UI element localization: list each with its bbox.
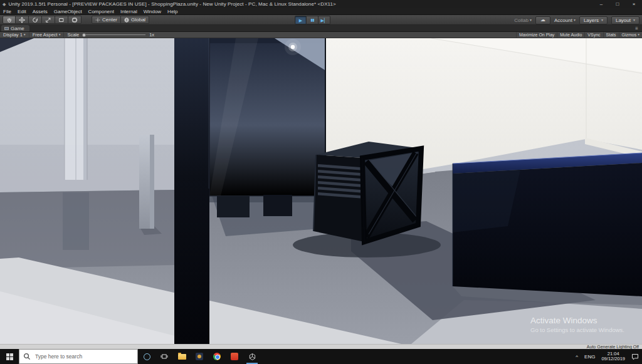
rotate-tool-button[interactable] [29, 16, 42, 24]
task-view-icon [160, 353, 168, 360]
close-button[interactable]: × [626, 0, 642, 8]
hand-icon [6, 17, 13, 23]
unity-editor-window: ◆ Unity 2019.1.5f1 Personal - [PREVIEW P… [0, 0, 642, 364]
chevron-down-icon: ▾ [530, 18, 532, 22]
globe-icon [124, 18, 129, 23]
window-panel [65, 38, 87, 180]
file-explorer-button[interactable] [173, 349, 191, 364]
task-view-button[interactable] [155, 349, 173, 364]
rect-tool-button[interactable] [55, 16, 68, 24]
space-toggle-button[interactable]: Global [121, 16, 149, 24]
chevron-down-icon: ▾ [633, 18, 635, 22]
taskbar-clock[interactable]: 21:04 09/12/2019 [598, 349, 628, 364]
scale-value: 1x [149, 32, 154, 38]
menu-bar: File Edit Assets GameObject Component In… [0, 8, 642, 15]
playmode-controls: ▶ ▮▮ ▶▏ [295, 16, 330, 24]
game-render-viewport[interactable]: Activate Windows Go to Settings to activ… [0, 38, 642, 344]
menu-item-gameobject[interactable]: GameObject [51, 8, 85, 14]
scale-control: Scale 1x [64, 32, 157, 38]
taskbar-app-button-2[interactable] [226, 349, 243, 364]
game-view-icon [4, 27, 9, 30]
chrome-icon [213, 353, 221, 360]
folder-icon [178, 354, 186, 360]
layers-dropdown[interactable]: Layers▾ [579, 16, 608, 24]
menu-item-window[interactable]: Window [140, 8, 164, 14]
cortana-button[interactable] [138, 349, 155, 364]
toggle-mute-audio[interactable]: Mute Audio [557, 32, 584, 38]
toggle-stats[interactable]: Stats [603, 32, 619, 38]
aspect-ratio-dropdown[interactable]: Free Aspect▾ [29, 32, 64, 38]
step-button[interactable]: ▶▏ [318, 16, 330, 24]
play-icon: ▶ [299, 18, 302, 23]
gizmos-dropdown[interactable]: Gizmos▾ [619, 32, 642, 38]
toggle-vsync[interactable]: VSync [584, 32, 603, 38]
cortana-icon [144, 353, 150, 360]
scale-icon [45, 17, 51, 23]
move-icon [19, 17, 25, 23]
panel-menu-icon[interactable]: ≡ [635, 26, 638, 31]
center-pivot-icon [95, 18, 100, 23]
windows-logo-icon [6, 353, 13, 360]
transform-icon [71, 17, 78, 23]
layout-dropdown[interactable]: Layout▾ [611, 16, 639, 24]
hand-tool-button[interactable] [3, 16, 16, 24]
chevron-down-icon: ▾ [638, 33, 639, 37]
main-toolbar: Center Global ▶ ▮▮ ▶▏ Collab▾ [0, 15, 642, 25]
action-center-button[interactable] [628, 349, 642, 364]
search-icon [23, 353, 31, 360]
foreground-pillar [174, 38, 209, 344]
cloud-icon: ☁ [540, 18, 545, 23]
chrome-button[interactable] [208, 349, 226, 364]
app-icon-1 [196, 353, 203, 360]
menu-item-internal[interactable]: Internal [117, 8, 140, 14]
step-icon: ▶▏ [321, 18, 328, 23]
rotate-icon [32, 17, 38, 23]
lighting-status-bar: Auto Generate Lighting Off [0, 344, 642, 349]
maximize-button[interactable]: □ [609, 0, 626, 8]
chevron-down-icon: ▾ [601, 18, 603, 22]
toggle-maximize-on-play[interactable]: Maximize On Play [516, 32, 557, 38]
windows-taskbar: ^ ENG 21:04 09/12/2019 [0, 349, 642, 364]
transform-tool-button[interactable] [68, 16, 82, 24]
move-tool-button[interactable] [16, 16, 29, 24]
taskbar-app-button-1[interactable] [191, 349, 208, 364]
system-tray: ^ ENG 21:04 09/12/2019 [572, 349, 642, 364]
pause-button[interactable]: ▮▮ [307, 16, 318, 24]
title-bar: ◆ Unity 2019.1.5f1 Personal - [PREVIEW P… [0, 0, 642, 8]
collab-dropdown[interactable]: Collab▾ [514, 18, 532, 23]
scale-slider[interactable] [83, 34, 145, 35]
menu-item-file[interactable]: File [0, 8, 14, 14]
pivot-toggle-button[interactable]: Center [92, 16, 121, 24]
display-dropdown[interactable]: Display 1▾ [0, 32, 29, 38]
sun-glint [285, 39, 301, 55]
cabinet-leg [217, 196, 250, 217]
account-dropdown[interactable]: Account▾ [554, 18, 576, 23]
activate-windows-subtitle: Go to Settings to activate Windows. [530, 326, 624, 333]
action-center-icon [631, 353, 639, 360]
start-button[interactable] [0, 349, 19, 364]
minimize-button[interactable]: – [593, 0, 609, 8]
unity-app-icon: ◆ [3, 2, 6, 6]
language-indicator[interactable]: ENG [581, 349, 598, 364]
window-title: Unity 2019.1.5f1 Personal - [PREVIEW PAC… [8, 1, 335, 7]
play-button[interactable]: ▶ [295, 16, 307, 24]
taskbar-search[interactable] [19, 349, 138, 364]
scale-slider-knob[interactable] [82, 33, 86, 37]
menu-item-edit[interactable]: Edit [14, 8, 29, 14]
scale-tool-button[interactable] [42, 16, 55, 24]
chevron-down-icon: ▾ [24, 33, 26, 37]
cabinet-leg [263, 195, 292, 216]
search-input[interactable] [34, 353, 134, 360]
chevron-down-icon: ▾ [59, 33, 61, 37]
menu-item-component[interactable]: Component [85, 8, 117, 14]
tray-expand-button[interactable]: ^ [572, 349, 581, 364]
window-controls: – □ × [593, 0, 642, 8]
counter [453, 138, 642, 296]
menu-item-help[interactable]: Help [164, 8, 181, 14]
unity-taskbar-button[interactable] [243, 349, 261, 364]
tab-game[interactable]: Game [1, 25, 29, 31]
cloud-services-button[interactable]: ☁ [535, 16, 550, 24]
menu-item-assets[interactable]: Assets [29, 8, 51, 14]
unity-logo-icon [248, 353, 256, 361]
chevron-down-icon: ▾ [574, 18, 576, 22]
